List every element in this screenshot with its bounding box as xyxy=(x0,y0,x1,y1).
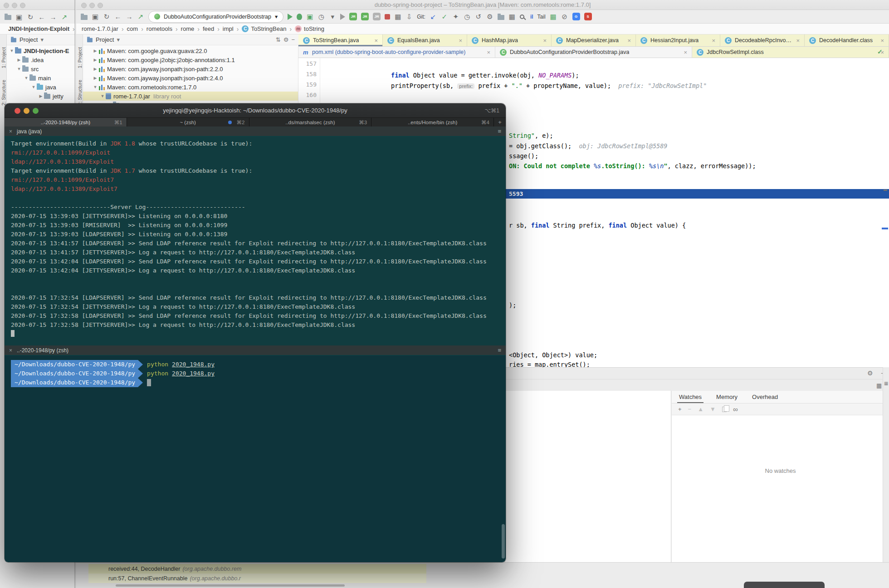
move-up-button[interactable]: ▲ xyxy=(698,406,703,413)
terminal-titlebar[interactable]: yejingqi@yejingqis-Hacktoish: ~/Download… xyxy=(5,103,506,118)
sync-icon[interactable]: ↻ xyxy=(27,14,34,20)
editor-tab[interactable]: CHessian2Input.java× xyxy=(636,34,720,46)
restore-layout-icon[interactable]: ▦ xyxy=(394,13,401,20)
close-icon[interactable]: × xyxy=(543,37,547,44)
tail-label[interactable]: Tail xyxy=(537,14,546,20)
stack-frame[interactable]: run:57, ChannelEventRunnable(org.apache.… xyxy=(88,573,426,583)
tree-item[interactable]: ▶Maven: com.google.j2objc:j2objc-annotat… xyxy=(83,55,298,64)
prompt-line[interactable]: ~/Downloads/dubbo-CVE-2020-1948/pypython… xyxy=(11,360,506,369)
breadcrumb-item[interactable]: rome xyxy=(181,25,195,32)
chevron-down-icon[interactable]: ▾ xyxy=(117,36,120,43)
tree-arrow-icon[interactable]: ▶ xyxy=(92,58,98,62)
close-icon[interactable]: × xyxy=(712,37,715,44)
prompt-line[interactable]: ~/Downloads/dubbo-CVE-2020-1948/py xyxy=(11,378,506,387)
minimize-button[interactable] xyxy=(24,108,29,114)
close-icon[interactable]: × xyxy=(9,128,12,135)
editor-tab[interactable]: CDecodeableRpcInvocation.class× xyxy=(720,34,805,46)
tree-item[interactable]: ▼JNDI-Injection-E xyxy=(7,46,75,55)
breadcrumb-item[interactable]: rome-1.7.0.jar xyxy=(82,25,118,32)
layout-icon[interactable]: ▦ xyxy=(876,382,882,389)
variables-panel[interactable] xyxy=(505,391,671,562)
tree-item[interactable]: ▼rome-1.7.0.jarlibrary root xyxy=(83,92,298,101)
plugin-icon[interactable]: il xyxy=(530,14,533,20)
editor-tab[interactable]: CJdbcRowSetImpl.class× xyxy=(692,47,889,58)
forward-icon[interactable]: → xyxy=(126,13,133,20)
minimize-button[interactable] xyxy=(89,3,95,8)
translate-icon[interactable]: G xyxy=(572,13,580,20)
breadcrumb-item[interactable]: CToStringBean xyxy=(242,25,286,32)
watches-panel[interactable]: No watches xyxy=(672,415,889,562)
close-icon[interactable]: × xyxy=(459,37,462,44)
editor-tab[interactable]: CMapDeserializer.java× xyxy=(552,34,636,46)
evaluate-icon[interactable]: ∞ xyxy=(733,405,738,413)
star-icon[interactable]: ✦ xyxy=(452,13,459,20)
stop-icon[interactable] xyxy=(385,14,390,19)
chevron-down-icon[interactable]: ▾ xyxy=(329,13,336,20)
tree-item[interactable]: ▶jetty xyxy=(7,92,75,101)
close-icon[interactable]: × xyxy=(684,49,687,56)
tool-button-project[interactable]: 1: Project xyxy=(77,47,83,68)
git-label[interactable]: Git: xyxy=(417,14,425,20)
tree-arrow-icon[interactable]: ▶ xyxy=(92,67,98,71)
tree-arrow-icon[interactable]: ▼ xyxy=(30,85,37,89)
translate-alt-icon[interactable]: S xyxy=(584,13,592,20)
back-window-titlebar[interactable] xyxy=(0,0,75,10)
editor-tab[interactable]: CEqualsBean.java× xyxy=(383,34,467,46)
search-icon[interactable] xyxy=(520,15,524,19)
stack-frame[interactable]: received:44, DecodeHandler(org.apache.du… xyxy=(88,564,426,573)
close-button[interactable] xyxy=(15,108,20,114)
breadcrumb-item[interactable]: mtoString xyxy=(295,25,324,32)
close-icon[interactable]: × xyxy=(627,37,631,44)
tool-button-structure[interactable]: 2: Structure xyxy=(77,80,83,106)
tree-arrow-icon[interactable]: ▼ xyxy=(99,94,106,98)
tree-item[interactable]: ▼java xyxy=(7,83,75,92)
code-line[interactable]: final Object value = getter.invoke(obj, … xyxy=(391,70,579,80)
add-watch-button[interactable]: + xyxy=(678,406,682,413)
tree-arrow-icon[interactable]: ▼ xyxy=(16,67,22,71)
run-icon[interactable] xyxy=(288,14,293,20)
tree-arrow-icon[interactable]: ▼ xyxy=(9,49,15,53)
run-disabled-icon[interactable] xyxy=(340,14,345,20)
project-panel-header[interactable]: Project ▾ ⇅ ⚙ − xyxy=(83,34,298,45)
inspections-ok-icon[interactable]: ✓ xyxy=(877,48,883,55)
tree-item[interactable]: ▶Maven: com.google.guava:guava:22.0 xyxy=(83,46,298,55)
terminal-pane2-shell[interactable]: ~/Downloads/dubbo-CVE-2020-1948/pypython… xyxy=(5,355,506,562)
save-icon[interactable]: ▣ xyxy=(15,14,23,20)
breadcrumb-item[interactable]: JNDI-Injection-Exploit xyxy=(8,25,69,32)
monitor-icon[interactable]: ▦ xyxy=(550,13,557,20)
undo-icon[interactable]: ↺ xyxy=(475,13,482,20)
move-down-button[interactable]: ▼ xyxy=(710,406,716,413)
close-button[interactable] xyxy=(4,3,9,8)
tree-item[interactable]: ▶Maven: com.jayway.jsonpath:json-path:2.… xyxy=(83,73,298,83)
recent-icon[interactable]: ◷ xyxy=(464,13,471,20)
forward-icon[interactable]: → xyxy=(49,14,57,20)
terminal-pane2-header[interactable]: × ..-2020-1948/py (zsh) ≡ xyxy=(5,345,506,355)
move-to-folder-icon[interactable] xyxy=(498,15,504,20)
breadcrumb-item[interactable]: impl xyxy=(223,25,234,32)
editor-tab[interactable]: CToStringBean.java× xyxy=(298,34,383,46)
run-window-icon[interactable]: ▦ xyxy=(508,13,516,20)
tab-overhead[interactable]: Overhead xyxy=(750,391,780,403)
zoom-button[interactable] xyxy=(98,3,103,8)
prohibit-icon[interactable]: ⊘ xyxy=(561,13,568,20)
tree-arrow-icon[interactable]: ▶ xyxy=(38,94,44,98)
terminal-tab[interactable]: ..ents/Home/bin (zsh)⌘4 xyxy=(371,118,494,126)
settings-wrench-icon[interactable]: ⚙ xyxy=(486,13,493,20)
close-icon[interactable]: × xyxy=(374,37,378,44)
tree-item[interactable]: ▼Maven: com.rometools:rome:1.7.0 xyxy=(83,83,298,92)
close-button[interactable] xyxy=(81,3,87,8)
tree-item[interactable]: ▼main xyxy=(7,73,75,83)
debug-tab-icon[interactable]: ▦ xyxy=(884,381,888,386)
close-icon[interactable]: × xyxy=(9,347,12,354)
tree-arrow-icon[interactable]: ▼ xyxy=(92,85,98,89)
scroll-to-source-icon[interactable]: ⇅ xyxy=(276,36,281,43)
code-line[interactable]: printProperty(sb, prefix: prefix + "." +… xyxy=(391,81,707,91)
tree-arrow-icon[interactable]: ▼ xyxy=(23,76,29,80)
duplicate-icon[interactable] xyxy=(722,407,727,412)
coverage-icon[interactable]: ▣ xyxy=(306,13,313,20)
terminal-tab[interactable]: ~ (zsh)⌘2 xyxy=(127,118,249,126)
open-icon[interactable] xyxy=(5,15,11,20)
hide-panel-icon[interactable]: − xyxy=(291,36,295,43)
close-icon[interactable]: × xyxy=(487,49,490,56)
tree-arrow-icon[interactable]: ▶ xyxy=(92,76,98,80)
